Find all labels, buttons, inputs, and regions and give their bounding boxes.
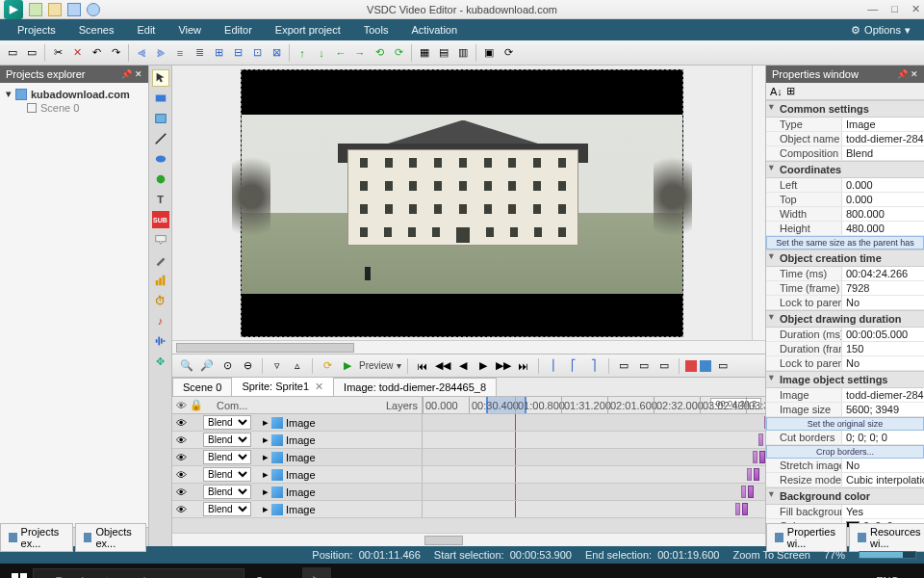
property-row[interactable]: Left 0.000 <box>766 178 924 193</box>
property-value[interactable]: 00:04:24.266 <box>841 267 924 280</box>
close-button[interactable]: ✕ <box>911 3 920 15</box>
lock-icon[interactable]: 🔒 <box>190 399 203 411</box>
menu-edit[interactable]: Edit <box>125 19 167 40</box>
menu-tools[interactable]: Tools <box>352 19 400 40</box>
timeline-track[interactable]: 👁 Blend ▸ Image <box>172 414 765 432</box>
timeline-clip[interactable] <box>742 503 748 515</box>
property-group-header[interactable]: Coordinates <box>766 161 924 178</box>
zoom-fit-icon[interactable]: ⊙ <box>218 357 236 375</box>
property-action-button[interactable]: Set the original size <box>766 417 924 431</box>
system-tray[interactable]: ︿ ENG ▭ <box>856 573 918 578</box>
timeline-clip[interactable] <box>753 451 757 463</box>
timeline-track[interactable]: 👁 Blend ▸ Image <box>172 501 765 518</box>
tb-misc2-icon[interactable]: ▤ <box>435 44 452 62</box>
property-value[interactable]: 0.000 <box>841 178 924 192</box>
tab-projects-explorer[interactable]: Projects ex... <box>0 523 73 552</box>
tray-chevron-icon[interactable]: ︿ <box>856 573 866 578</box>
track-visibility-icon[interactable]: 👁 <box>176 504 188 515</box>
sort-cat-icon[interactable]: ⊞ <box>786 85 795 97</box>
qa-save-icon[interactable] <box>67 3 81 16</box>
timeline-track[interactable]: 👁 Blend ▸ Image <box>172 432 765 449</box>
timeline-hscroll[interactable] <box>172 533 765 546</box>
qa-play-icon[interactable] <box>87 3 100 16</box>
tree-root[interactable]: ▾ kubadownload.com <box>6 87 142 101</box>
property-row[interactable]: Stretch image No <box>766 459 924 473</box>
tb-align5-icon[interactable]: ⊞ <box>210 44 227 62</box>
tray-lang[interactable]: ENG <box>876 575 899 579</box>
property-row[interactable]: Top 0.000 <box>766 193 924 207</box>
goto-end-icon[interactable]: ⏭ <box>515 357 532 375</box>
tool-cursor-icon[interactable] <box>152 69 169 87</box>
property-row[interactable]: Fill backgrounc Yes <box>766 505 924 519</box>
property-row[interactable]: Image size 5600; 3949 <box>766 403 924 417</box>
tool-rect-icon[interactable] <box>152 90 169 107</box>
tb-arrow-up-icon[interactable]: ↑ <box>294 44 311 62</box>
tool-subtitle-icon[interactable]: SUB <box>152 211 169 228</box>
props3-icon[interactable]: ▭ <box>655 357 673 375</box>
property-value[interactable]: todd-diemer-284465 <box>841 388 924 402</box>
zoom-out-icon[interactable]: 🔎 <box>198 357 216 375</box>
track-expand-icon[interactable]: ▸ <box>263 486 269 498</box>
tool-move-icon[interactable]: ✥ <box>152 353 169 370</box>
goto-start-icon[interactable]: ⏮ <box>414 357 431 375</box>
track-expand-icon[interactable]: ▸ <box>263 434 269 446</box>
menu-view[interactable]: View <box>167 19 213 40</box>
tool-line-icon[interactable] <box>152 130 169 147</box>
track-blend-select[interactable]: Blend <box>203 415 251 430</box>
property-row[interactable]: Time (ms) 00:04:24.266 <box>766 267 924 281</box>
tb-redo-icon[interactable]: ↷ <box>107 44 124 62</box>
property-value[interactable]: 5600; 3949 <box>841 403 924 416</box>
track-blend-select[interactable]: Blend <box>203 502 251 516</box>
tool-spectrum-icon[interactable] <box>152 332 169 350</box>
track-visibility-icon[interactable]: 👁 <box>176 417 188 429</box>
tool-audio-icon[interactable]: ♪ <box>152 312 169 329</box>
tb-align7-icon[interactable]: ⊡ <box>248 44 266 62</box>
cut-right-icon[interactable]: ⎤ <box>585 357 603 375</box>
loop-icon[interactable]: ⟳ <box>319 357 336 375</box>
taskbar-search[interactable]: ○ Type here to search <box>33 568 244 579</box>
timeline-clip[interactable] <box>758 434 763 446</box>
tab-objects-explorer[interactable]: Objects ex... <box>75 523 146 552</box>
timeline-ruler[interactable]: 👁 🔒 Com... Layers 00:04:29.2 00.00000:30… <box>172 397 765 414</box>
property-value[interactable]: 0; 0; 0; 0 <box>841 431 924 444</box>
property-value[interactable]: todd-diemer-284465 <box>841 132 924 145</box>
property-value[interactable]: No <box>841 459 924 472</box>
menu-export[interactable]: Export project <box>264 19 352 40</box>
timeline-clip[interactable] <box>748 486 754 498</box>
tab-resources-window[interactable]: Resources wi... <box>849 523 924 552</box>
property-row[interactable]: Resize mode Cubic interpolation <box>766 473 924 487</box>
tool-counter-icon[interactable]: ⏱ <box>152 292 169 309</box>
fx-icon[interactable]: ▭ <box>714 357 732 375</box>
minimize-button[interactable]: — <box>867 3 878 15</box>
marker-del-icon[interactable]: ▵ <box>289 357 306 375</box>
cortana-icon[interactable]: ⊙ <box>244 567 273 579</box>
track-blend-select[interactable]: Blend <box>203 433 251 447</box>
qa-open-icon[interactable] <box>48 3 62 16</box>
property-value[interactable]: No <box>841 296 924 309</box>
props1-icon[interactable]: ▭ <box>615 357 632 375</box>
timeline-track[interactable]: 👁 Blend ▸ Image <box>172 484 765 501</box>
property-row[interactable]: Duration (fram 150 <box>766 342 924 356</box>
menu-activation[interactable]: Activation <box>399 19 469 40</box>
props2-icon[interactable]: ▭ <box>635 357 653 375</box>
tab-image[interactable]: Image: todd-diemer-284465_8 <box>333 378 497 396</box>
timeline-clip[interactable] <box>747 468 752 481</box>
timeline-track[interactable]: 👁 Blend ▸ Image <box>172 449 765 466</box>
tool-ellipse-icon[interactable] <box>152 150 169 168</box>
sort-az-icon[interactable]: A↓ <box>770 86 783 97</box>
tab-properties-window[interactable]: Properties wi... <box>766 523 847 552</box>
track-visibility-icon[interactable]: 👁 <box>176 486 188 498</box>
property-group-header[interactable]: Common settings <box>766 100 924 118</box>
tb-align2-icon[interactable]: ⫸ <box>152 44 169 62</box>
property-row[interactable]: Width 800.000 <box>766 207 924 222</box>
property-row[interactable]: Lock to parent No <box>766 296 924 310</box>
start-button[interactable] <box>6 567 33 579</box>
zoom-reset-icon[interactable]: ⊖ <box>239 357 256 375</box>
tool-circle-icon[interactable] <box>152 171 169 188</box>
maximize-button[interactable]: □ <box>891 3 898 15</box>
tab-sprite1[interactable]: Sprite: Sprite1✕ <box>231 377 334 396</box>
options-button[interactable]: ⚙ Options ▾ <box>843 24 918 37</box>
property-value[interactable]: Blend <box>841 146 924 160</box>
timeline-clip[interactable] <box>759 451 765 463</box>
tb-arrow-right-icon[interactable]: → <box>351 44 369 62</box>
